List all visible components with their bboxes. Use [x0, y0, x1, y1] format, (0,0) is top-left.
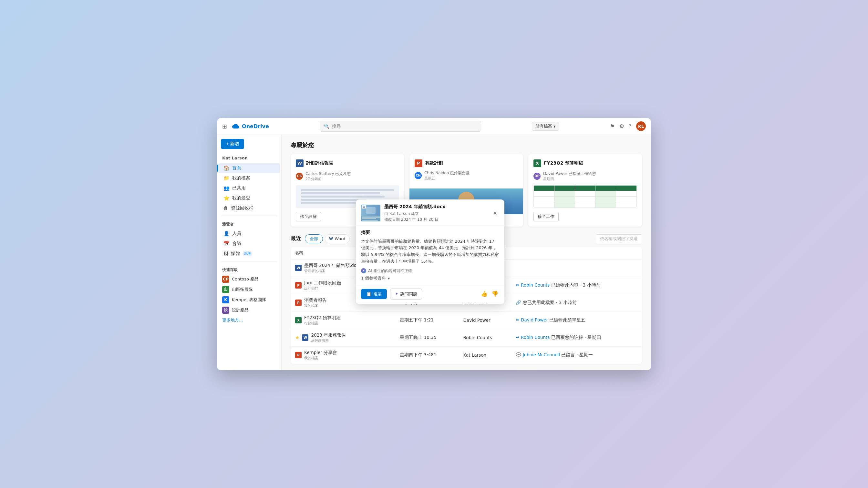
featured-card-budget[interactable]: X FY23Q2 預算明細 DP David Power 已指派工作給您 星期四 — [528, 154, 642, 227]
table-row[interactable]: P Kempler 分享會 我的檔案 星期四下午 3:481 Kat Larso… — [290, 346, 642, 364]
card-title-plan: 計劃評估報告 — [306, 160, 333, 166]
add-button[interactable]: + 新增 — [221, 139, 244, 149]
popup-footer: 📋 複製 ✦ 詢問問題 👍 👎 — [356, 285, 504, 304]
search-by-name-input[interactable]: 依名稱或關鍵字篩選 — [596, 234, 642, 243]
thumbs-down-button[interactable]: 👎 — [491, 290, 499, 298]
sidebar-label-home: 首頁 — [232, 165, 241, 171]
excel-preview — [533, 185, 637, 208]
popup-header: W 墨西哥 2024 年銷售額.docx 由 Kat Larson 建立 修改日… — [356, 199, 504, 226]
search-input[interactable] — [332, 124, 477, 129]
file-activity-consumer: 🔗 您已共用此檔案・3 小時前 — [511, 294, 642, 312]
table-row[interactable]: ★ W 2023 年服務報告 承包商服務 星期五晚上 10:35 Robin C… — [290, 329, 642, 346]
file-title-kempler: Kempler 分享會 — [304, 350, 337, 356]
copy-button[interactable]: 📋 複製 — [361, 289, 387, 299]
popup-summary-text: 本文件討論墨西哥的輪胎銷售量。總銷售額預計於 2024 年時達到約 17 億美元… — [361, 238, 499, 265]
star-icon: ★ — [295, 335, 299, 340]
sidebar-user-name: Kat Larson — [217, 154, 281, 163]
file-activity-fy23: ✏️ David Power 已編輯此須單星五 — [511, 312, 642, 329]
ppt-file-icon: P — [414, 159, 423, 167]
mountain-label: 山區拓展隊 — [232, 287, 253, 292]
file-location-jam1: 設計部門 — [304, 286, 341, 291]
grid-icon[interactable]: ⊞ — [222, 123, 227, 130]
search-icon: 🔍 — [324, 124, 330, 129]
app-name: OneDrive — [242, 123, 269, 129]
card-meta-text-budget: David Power 已指派工作給您 星期四 — [543, 171, 596, 182]
popup-doc-title: 墨西哥 2024 年銷售額.docx — [384, 204, 487, 210]
help-icon[interactable]: ? — [629, 123, 631, 129]
file-info-2023: 2023 年服務報告 承包商服務 — [311, 332, 346, 343]
carlos-avatar: CS — [296, 173, 303, 180]
sidebar-item-my-files[interactable]: 📁 我的檔案 — [218, 173, 280, 183]
image-icon: 🖼 — [223, 251, 228, 257]
sidebar-item-meetings[interactable]: 📅 會議 — [218, 239, 280, 249]
person-icon: 👤 — [223, 231, 229, 236]
kemper-icon: K — [222, 296, 229, 303]
main-layout: + 新增 Kat Larson 🏠 首頁 📁 我的檔案 👥 已共用 ⭐ 我的最愛… — [217, 135, 651, 370]
contoso-label: Contoso 產品 — [232, 276, 259, 282]
feedback-buttons: 👍 👎 — [480, 290, 499, 298]
search-bar[interactable]: 🔍 — [320, 121, 481, 132]
word-icon-small: W — [329, 236, 333, 241]
sidebar-item-design[interactable]: 設 設計產品 — [217, 305, 281, 315]
sidebar-item-kemper[interactable]: K Kemper 表格團隊 — [217, 295, 281, 305]
references-row[interactable]: 1 個參考資料 ▾ — [361, 275, 499, 281]
file-activity-kempler: 💬 Johnie McConnell 已留言・星期一 — [511, 346, 642, 364]
sidebar-item-favorites[interactable]: ⭐ 我的最愛 — [218, 193, 280, 203]
card-meta-fundraising: CN Chris Naidoo 已錄製會議 星期五 — [414, 170, 518, 181]
sidebar-item-home[interactable]: 🏠 首頁 — [218, 163, 280, 173]
sidebar-item-media[interactable]: 🖼 媒體 新增 — [218, 249, 280, 259]
popup-doc-meta: 由 Kat Larson 建立 修改日期 2024 年 10 月 20 日 — [384, 211, 487, 222]
activity-person-jam1: Robin Counts — [521, 283, 550, 288]
content-area: 專屬於您 W 計劃評估報告 CS Carlos Slattery 已提及您 27… — [282, 135, 651, 370]
thumbs-up-button[interactable]: 👍 — [480, 290, 489, 298]
popup-created-by: 由 Kat Larson 建立 — [384, 212, 419, 216]
more-places-link[interactable]: 更多地方... — [217, 315, 281, 325]
card-meta-text-plan: Carlos Slattery 已提及您 27 分鐘前 — [306, 171, 351, 182]
avatar[interactable]: KL — [636, 121, 646, 131]
fundraising-card-header: P 募款計劃 CN Chris Naidoo 已錄製會議 星期五 — [409, 154, 523, 185]
ask-button[interactable]: ✦ 詢問問題 — [390, 289, 422, 299]
filter-tab-all[interactable]: 全部 — [305, 234, 323, 243]
sidebar-label-recycle: 資源回收桶 — [231, 205, 253, 211]
quick-access-title: 快速存取 — [217, 264, 281, 274]
sidebar-item-mountain[interactable]: 山 山區拓展隊 — [217, 284, 281, 295]
goto-comment-button[interactable]: 移至註解 — [296, 212, 321, 221]
table-row[interactable]: X FY23Q2 預算明細 行銷檔案 星期五下午 1:21 David Powe… — [290, 312, 642, 329]
sidebar-label-media: 媒體 — [231, 251, 240, 257]
goto-work-button[interactable]: 移至工作 — [533, 212, 559, 221]
file-title-jam1: Jam 工作階段回顧 — [304, 280, 341, 286]
file-info-jam1: Jam 工作階段回顧 設計部門 — [304, 280, 341, 291]
sidebar-item-recycle[interactable]: 🗑 資源回收桶 — [218, 203, 280, 213]
ai-disclaimer-text: AI 產生的內容可能不正確 — [368, 268, 412, 274]
word-file-icon: W — [296, 159, 304, 167]
filter-tabs: 全部 W Word — [305, 234, 350, 243]
filter-tab-word[interactable]: W Word — [325, 234, 350, 243]
sidebar-item-shared[interactable]: 👥 已共用 — [218, 183, 280, 193]
file-location-kempler: 我的檔案 — [304, 356, 337, 360]
recent-title: 最近 — [290, 235, 301, 242]
onedrive-logo-icon — [232, 123, 239, 130]
popup-doc-info: 墨西哥 2024 年銷售額.docx 由 Kat Larson 建立 修改日期 … — [384, 204, 487, 222]
settings-icon[interactable]: ⚙ — [619, 123, 624, 129]
word-icon-2023: W — [302, 334, 308, 341]
ai-disclaimer: ✦ AI 產生的內容可能不正確 — [361, 268, 499, 274]
card-header-plan: W 計劃評估報告 — [296, 159, 399, 167]
topbar: ⊞ OneDrive 🔍 所有檔案 ▾ ⚑ ⚙ ? KL — [217, 118, 651, 135]
file-owner-fy23: David Power — [459, 312, 511, 329]
file-time-fy23: 星期五下午 1:21 — [395, 312, 459, 329]
sidebar-item-contoso[interactable]: CP Contoso 產品 — [217, 274, 281, 284]
sidebar-label-favorites: 我的最愛 — [232, 195, 250, 201]
card-title-budget: FY23Q2 預算明細 — [544, 160, 583, 166]
file-location-consumer: 我的檔案 — [304, 303, 327, 308]
word-filter-label: Word — [335, 236, 345, 241]
excel-icon-fy23: X — [295, 317, 302, 323]
card-header-budget: X FY23Q2 預算明細 — [533, 159, 637, 167]
file-activity-jam1: ✏️ Robin Counts 已編輯此內容・3 小時前 — [511, 276, 642, 294]
flag-icon[interactable]: ⚑ — [610, 123, 615, 129]
search-filter-dropdown[interactable]: 所有檔案 ▾ — [532, 122, 559, 131]
popup-modified-date: 修改日期 2024 年 10 月 20 日 — [384, 217, 438, 222]
file-activity-2023: ↩️ Robin Counts 已回覆您的註解・星期四 — [511, 329, 642, 346]
popup-close-button[interactable]: ✕ — [491, 209, 499, 217]
sidebar-item-people[interactable]: 👤 人員 — [218, 229, 280, 238]
file-name-cell: X FY23Q2 預算明細 行銷檔案 — [290, 312, 395, 329]
